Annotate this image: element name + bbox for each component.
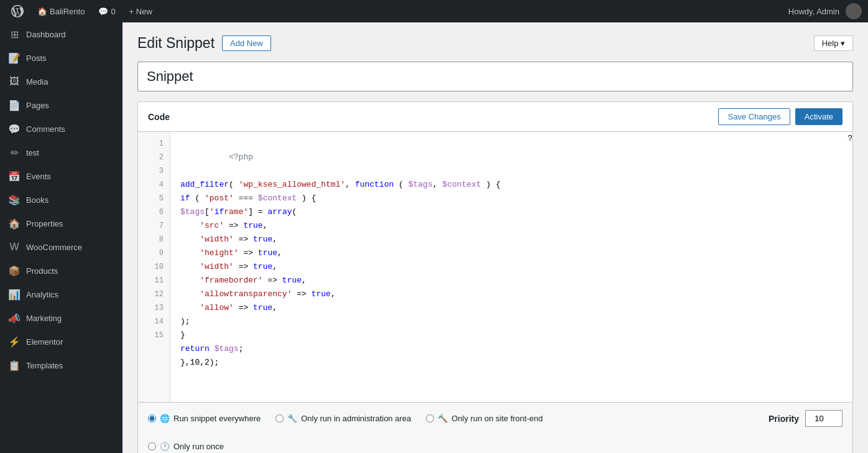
code-line: },10,2); [180, 356, 838, 370]
main-content: Edit Snippet Add New Help ▾ Code Save Ch… [122, 22, 868, 453]
priority-label: Priority [769, 414, 799, 424]
everywhere-icon: 🌐 [160, 414, 170, 423]
sidebar-label-analytics: Analytics [26, 290, 58, 299]
line-numbers: 123456789101112131415 [138, 132, 170, 402]
sidebar-item-analytics[interactable]: 📊Analytics [0, 283, 122, 306]
run-option-everywhere[interactable]: 🌐Run snippet everywhere [148, 414, 261, 423]
code-line: add_filter( 'wp_kses_allowed_html', func… [180, 178, 838, 192]
question-mark-icon[interactable]: ? [847, 132, 852, 402]
events-icon: 📅 [9, 170, 20, 182]
woocommerce-icon: W [9, 241, 20, 253]
run-option-admin[interactable]: 🔧Only run in administration area [275, 414, 411, 423]
dashboard-icon: ⊞ [9, 29, 20, 40]
sidebar-item-posts[interactable]: 📝Posts [0, 46, 122, 70]
sidebar-label-products: Products [26, 266, 58, 276]
products-icon: 📦 [9, 265, 20, 276]
sidebar-item-pages[interactable]: 📄Pages [0, 93, 122, 117]
new-item[interactable]: + New [124, 0, 157, 22]
frontend-icon: 🔨 [438, 414, 448, 423]
sidebar-item-marketing[interactable]: 📣Marketing [0, 306, 122, 330]
sidebar-item-properties[interactable]: 🏠Properties [0, 212, 122, 235]
sidebar-item-media[interactable]: 🖼Media [0, 70, 122, 93]
code-line: 'src' => true, [180, 219, 838, 233]
pages-icon: 📄 [9, 100, 20, 111]
code-line: 'allowtransparency' => true, [180, 287, 838, 301]
site-name: BaliRento [50, 7, 85, 16]
layout: ⊞Dashboard📝Posts🖼Media📄Pages💬Comments✏te… [0, 22, 868, 453]
properties-icon: 🏠 [9, 218, 20, 229]
admin-icon: 🔧 [287, 414, 297, 423]
run-option-once[interactable]: 🕐Only run once [148, 442, 224, 451]
sidebar-item-templates[interactable]: 📋Templates [0, 353, 122, 377]
sidebar: ⊞Dashboard📝Posts🖼Media📄Pages💬Comments✏te… [0, 22, 122, 453]
sidebar-label-properties: Properties [26, 219, 63, 228]
sidebar-item-products[interactable]: 📦Products [0, 259, 122, 283]
elementor-icon: ⚡ [9, 336, 20, 347]
once-label: Only run once [173, 442, 224, 451]
page-title: Edit Snippet [137, 35, 215, 52]
sidebar-label-woocommerce: WooCommerce [26, 243, 82, 252]
code-actions: Save Changes Activate [718, 108, 843, 125]
code-line: ); [180, 315, 838, 329]
comments-icon: 💬 [98, 7, 108, 16]
sidebar-item-elementor[interactable]: ⚡Elementor [0, 330, 122, 353]
sidebar-item-dashboard[interactable]: ⊞Dashboard [0, 22, 122, 46]
priority-section: Priority [769, 410, 843, 427]
media-icon: 🖼 [9, 76, 20, 87]
code-line: 'frameborder' => true, [180, 274, 838, 287]
code-section: Code Save Changes Activate 1234567891011… [137, 101, 853, 453]
code-line: $tags['iframe'] = array( [180, 205, 838, 219]
sidebar-item-comments[interactable]: 💬Comments [0, 117, 122, 141]
analytics-icon: 📊 [9, 289, 20, 300]
code-content[interactable]: <?php add_filter( 'wp_kses_allowed_html'… [170, 132, 847, 402]
save-changes-button[interactable]: Save Changes [718, 108, 790, 125]
run-options: 🌐Run snippet everywhere🔧Only run in admi… [138, 402, 852, 453]
code-line: 'width' => true, [180, 260, 838, 274]
posts-icon: 📝 [9, 52, 20, 63]
frontend-label: Only run on site front-end [451, 414, 543, 423]
wp-logo-item[interactable] [6, 0, 29, 22]
sidebar-label-posts: Posts [26, 54, 47, 63]
sidebar-item-events[interactable]: 📅Events [0, 164, 122, 188]
admin-bar-right: Howdy, Admin [788, 3, 862, 19]
home-icon: 🏠 [37, 7, 47, 16]
code-line: return $tags; [180, 342, 838, 356]
comments-icon: 💬 [9, 123, 20, 134]
site-name-item[interactable]: 🏠 BaliRento [32, 0, 90, 22]
sidebar-item-test[interactable]: ✏test [0, 141, 122, 164]
help-button[interactable]: Help ▾ [814, 35, 853, 51]
avatar-icon [846, 3, 862, 19]
sidebar-label-templates: Templates [26, 361, 63, 370]
admin-label: Only run in administration area [301, 414, 411, 423]
snippet-name-input[interactable] [137, 62, 853, 91]
code-line: 'width' => true, [180, 233, 838, 246]
once-icon: 🕐 [160, 442, 170, 451]
sidebar-label-marketing: Marketing [26, 314, 62, 323]
code-line: } [180, 329, 838, 342]
code-editor: 123456789101112131415 <?php add_filter( … [138, 132, 852, 402]
greeting: Howdy, Admin [788, 7, 839, 16]
sidebar-label-books: Books [26, 195, 48, 205]
templates-icon: 📋 [9, 360, 20, 371]
marketing-icon: 📣 [9, 312, 20, 324]
activate-button[interactable]: Activate [795, 108, 843, 125]
priority-input[interactable] [805, 410, 843, 427]
code-header: Code Save Changes Activate [138, 102, 852, 132]
code-line: 'height' => true, [180, 246, 838, 260]
sidebar-label-elementor: Elementor [26, 337, 63, 347]
sidebar-label-pages: Pages [26, 101, 49, 110]
code-label: Code [148, 112, 170, 122]
sidebar-item-woocommerce[interactable]: WWooCommerce [0, 235, 122, 259]
comments-count: 0 [111, 7, 115, 16]
sidebar-item-books[interactable]: 📚Books [0, 188, 122, 212]
admin-bar-left: 🏠 BaliRento 💬 0 + New [6, 0, 783, 22]
comments-item[interactable]: 💬 0 [93, 0, 120, 22]
books-icon: 📚 [9, 194, 20, 205]
page-header-left: Edit Snippet Add New [137, 35, 271, 52]
sidebar-label-media: Media [26, 77, 48, 86]
add-new-button[interactable]: Add New [222, 35, 271, 51]
admin-bar: 🏠 BaliRento 💬 0 + New Howdy, Admin [0, 0, 868, 22]
run-option-frontend[interactable]: 🔨Only run on site front-end [426, 414, 543, 423]
sidebar-label-dashboard: Dashboard [26, 30, 66, 39]
sidebar-label-events: Events [26, 172, 51, 181]
